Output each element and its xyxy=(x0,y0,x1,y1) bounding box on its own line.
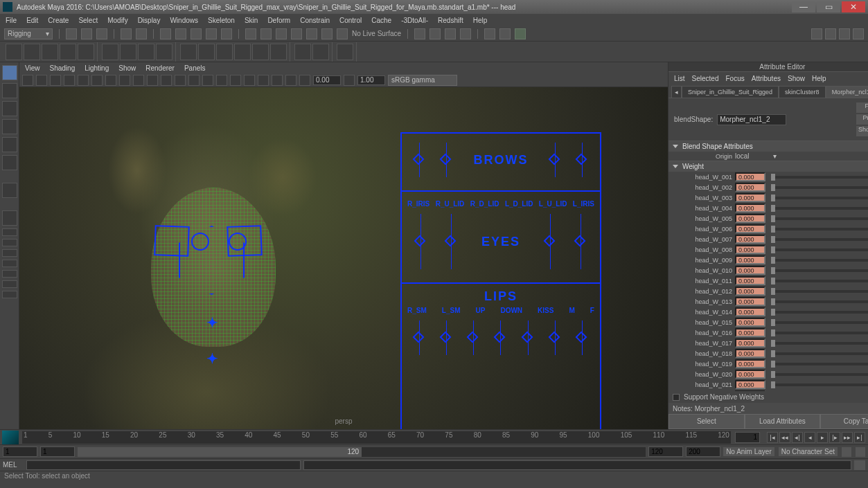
xray-icon[interactable] xyxy=(272,75,283,86)
eye-slider-2[interactable] xyxy=(451,214,452,269)
goto-end-button[interactable]: ▸| xyxy=(854,432,865,443)
lights-icon[interactable] xyxy=(188,75,200,86)
character-set-dropdown[interactable]: No Character Set xyxy=(779,447,838,456)
weight-header[interactable]: Weight xyxy=(668,161,868,172)
autokey-toggle[interactable] xyxy=(842,447,851,457)
weight-value-field[interactable] xyxy=(735,307,765,316)
snap-curve-icon[interactable] xyxy=(260,28,272,39)
shelf-rotate-icon[interactable] xyxy=(24,44,40,60)
focus-button[interactable]: Focus xyxy=(856,102,868,113)
snap-surface-icon[interactable] xyxy=(306,28,317,39)
weight-slider[interactable] xyxy=(771,373,868,376)
gate-mask-icon[interactable] xyxy=(133,75,144,86)
panel-menu-lighting[interactable]: Lighting xyxy=(85,64,109,72)
render-globals-icon[interactable] xyxy=(515,28,526,39)
weight-slider[interactable] xyxy=(771,300,868,303)
minimize-button[interactable]: — xyxy=(792,1,815,12)
weight-slider[interactable] xyxy=(771,342,868,345)
close-button[interactable]: ✕ xyxy=(842,1,865,12)
move-tool[interactable] xyxy=(2,119,17,134)
time-track[interactable]: 1510152025303540455055606570758085909510… xyxy=(22,431,731,444)
ae-menu-focus[interactable]: Focus xyxy=(725,75,744,82)
step-fwd-key-button[interactable]: ▸▸ xyxy=(842,432,853,443)
lip-slider-5[interactable] xyxy=(528,320,529,355)
menu-edit[interactable]: Edit xyxy=(26,17,38,24)
prefs-button[interactable] xyxy=(856,447,865,457)
rotate-tool[interactable] xyxy=(2,137,17,152)
anim-layer-dropdown[interactable]: No Anim Layer xyxy=(723,447,774,456)
weight-value-field[interactable] xyxy=(735,204,765,213)
command-input[interactable] xyxy=(26,460,301,470)
2d-pan-icon[interactable] xyxy=(64,75,75,86)
aa-icon[interactable] xyxy=(244,75,255,86)
shelf-skin5-icon[interactable] xyxy=(252,44,269,60)
weight-slider[interactable] xyxy=(771,321,868,324)
paint-select-tool[interactable] xyxy=(2,101,17,116)
motion-blur-icon[interactable] xyxy=(230,75,241,86)
layout-custom-icon[interactable] xyxy=(2,280,17,288)
presets-button[interactable]: Presets xyxy=(856,114,868,125)
snap-view-icon[interactable] xyxy=(321,28,333,39)
shelf-skin6-icon[interactable] xyxy=(270,44,287,60)
weight-value-field[interactable] xyxy=(735,370,765,379)
menu-redshift[interactable]: Redshift xyxy=(438,17,463,24)
shelf-cluster-icon[interactable] xyxy=(156,44,172,60)
ae-toggle-icon[interactable] xyxy=(825,28,836,39)
origin-dropdown[interactable]: local▾ xyxy=(735,152,777,160)
rig-ctrl-right-iris[interactable] xyxy=(229,233,247,251)
play-back-button[interactable]: ◂ xyxy=(804,432,815,443)
lip-slider-2[interactable] xyxy=(446,320,447,355)
menu-skeleton[interactable]: Skeleton xyxy=(208,17,235,24)
open-scene-icon[interactable] xyxy=(81,28,92,39)
snap-plane-icon[interactable] xyxy=(291,28,302,39)
layout-single[interactable] xyxy=(2,210,17,226)
history3-icon[interactable] xyxy=(445,28,456,39)
shelf-constrain2-icon[interactable] xyxy=(312,44,329,60)
step-back-button[interactable]: ◂| xyxy=(792,432,803,443)
select-mode-icon[interactable] xyxy=(160,28,171,39)
ae-menu-attributes[interactable]: Attributes xyxy=(752,75,781,82)
panel-menu-view[interactable]: View xyxy=(25,64,40,72)
layout-two-stacked[interactable] xyxy=(2,249,17,257)
lasso-mode-icon[interactable] xyxy=(175,28,186,39)
lasso-tool[interactable] xyxy=(2,83,17,98)
grease-icon[interactable] xyxy=(78,75,89,86)
shelf-constrain-icon[interactable] xyxy=(294,44,311,60)
load-attributes-button[interactable]: Load Attributes xyxy=(745,414,821,429)
weight-slider[interactable] xyxy=(771,352,868,355)
show-hide-button[interactable]: Show Hide xyxy=(856,126,868,136)
range-inner-start-field[interactable] xyxy=(40,446,75,457)
ae-menu-help[interactable]: Help xyxy=(812,75,826,82)
maximize-button[interactable]: ▭ xyxy=(817,1,840,12)
exposure-field[interactable] xyxy=(313,75,341,85)
ae-menu-show[interactable]: Show xyxy=(788,75,805,82)
eye-slider-4[interactable] xyxy=(581,214,581,269)
menuset-dropdown[interactable]: Rigging▾ xyxy=(4,28,53,39)
ae-menu-list[interactable]: List xyxy=(674,75,685,82)
rig-ctrl-left-iris[interactable] xyxy=(191,233,209,251)
shaded-icon[interactable] xyxy=(161,75,172,86)
ae-tab[interactable]: Morpher_ncl1_2 xyxy=(826,86,868,98)
script-lang-label[interactable]: MEL xyxy=(3,461,24,469)
menu-help[interactable]: Help xyxy=(473,17,488,24)
weight-value-field[interactable] xyxy=(735,172,765,181)
redo-icon[interactable] xyxy=(136,28,147,39)
range-start-field[interactable] xyxy=(3,446,37,457)
panel-menu-shading[interactable]: Shading xyxy=(50,64,76,72)
film-gate-icon[interactable] xyxy=(105,75,116,86)
isolate-icon[interactable] xyxy=(258,75,269,86)
weight-value-field[interactable] xyxy=(735,359,765,368)
modeling-toolkit-icon[interactable] xyxy=(853,28,864,39)
layout-four[interactable] xyxy=(2,228,17,236)
weight-value-field[interactable] xyxy=(735,380,765,389)
brow-slider-4[interactable] xyxy=(582,143,583,177)
ae-tab[interactable]: skinCluster8 xyxy=(779,86,826,98)
current-frame-field[interactable] xyxy=(735,432,760,443)
snap-grid-icon[interactable] xyxy=(245,28,256,39)
image-plane-icon[interactable] xyxy=(50,75,61,86)
mask2-icon[interactable] xyxy=(221,28,232,39)
range-end-field[interactable] xyxy=(686,446,720,457)
ae-tab[interactable]: Sniper_in_Ghillie_Suit_Rigged xyxy=(682,86,779,98)
weight-slider[interactable] xyxy=(771,186,868,189)
history2-icon[interactable] xyxy=(429,28,441,39)
